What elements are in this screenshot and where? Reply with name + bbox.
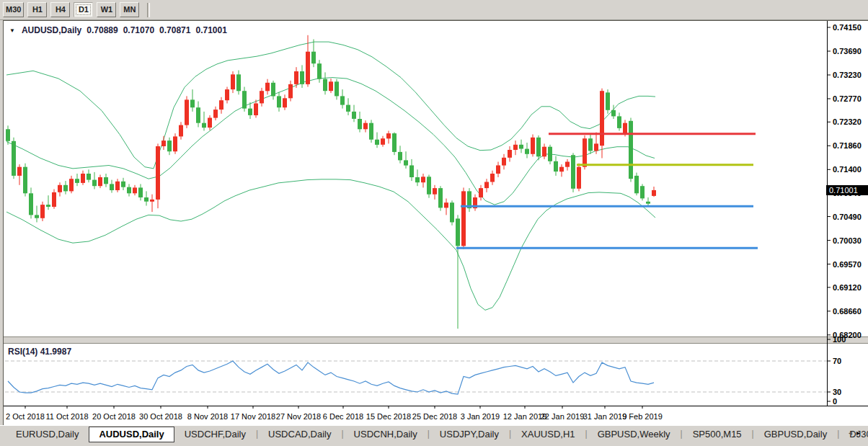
price-axis-label: 0.72770	[833, 94, 862, 103]
chart-symbol-label: AUDUSD,Daily	[22, 25, 81, 35]
date-axis-label: 15 Dec 2018	[366, 412, 411, 421]
price-axis-label: 0.73230	[833, 71, 862, 79]
date-axis-label: 27 Nov 2018	[276, 412, 321, 421]
bollinger-lower-band	[6, 179, 655, 311]
tab-scroll-left-icon[interactable]: ◂	[849, 429, 856, 437]
toolbar-separator	[147, 3, 150, 17]
quote-open: 0.70889	[87, 25, 118, 35]
price-axis-label: 0.70490	[833, 213, 862, 221]
price-chart[interactable]: 0.741500.736900.732300.727700.723200.718…	[4, 21, 868, 426]
bollinger-upper-band	[6, 42, 655, 169]
timeframe-toolbar: M30H1H4D1W1MN	[0, 0, 868, 20]
date-axis-label: 17 Nov 2018	[231, 412, 275, 421]
rsi-axis-label: 30	[833, 388, 841, 396]
quote-high: 0.71070	[123, 25, 154, 35]
chart-tab-gbpusd-weekly[interactable]: GBPUSD,Weekly	[588, 427, 681, 441]
current-price-badge: 0.71001	[826, 185, 868, 195]
chart-tab-eurusd-daily[interactable]: EURUSD,Daily	[6, 427, 89, 441]
date-axis-label: 2 Oct 2018	[6, 412, 45, 421]
chart-tab-usdcnh-daily[interactable]: USDCNH,Daily	[344, 427, 428, 441]
chart-tab-bar: EURUSD,DailyAUDUSD,DailyUSDCHF,Daily|USD…	[0, 425, 868, 446]
price-axis-label: 0.74150	[833, 23, 862, 32]
timeframe-button-h1[interactable]: H1	[27, 2, 47, 17]
chart-title: ▼ AUDUSD,Daily 0.70889 0.71070 0.70871 0…	[9, 25, 227, 35]
rsi-axis-label: 0	[833, 397, 837, 406]
timeframe-button-m30[interactable]: M30	[3, 2, 24, 17]
timeframe-button-mn[interactable]: MN	[120, 2, 139, 17]
chart-tab-usdjpy-daily[interactable]: USDJPY,Daily	[430, 427, 509, 441]
rsi-axis-label: 70	[833, 357, 841, 365]
candles	[6, 35, 656, 329]
timeframe-button-h4[interactable]: H4	[50, 2, 70, 17]
price-axis-label: 0.73690	[833, 47, 862, 55]
price-axis-label: 0.71400	[833, 165, 862, 174]
rsi-indicator-label: RSI(14) 41.9987	[8, 347, 71, 357]
rsi-line	[8, 361, 654, 394]
date-axis-label: 9 Feb 2019	[622, 412, 663, 421]
date-axis-label: 3 Jan 2019	[461, 412, 500, 421]
price-axis-label: 0.69120	[833, 283, 862, 292]
date-axis-label: 22 Jan 2019	[541, 412, 585, 421]
chart-tab-gbpusd-daily[interactable]: GBPUSD,Daily	[754, 427, 837, 441]
date-axis-label: 8 Nov 2018	[187, 412, 228, 421]
rsi-axis-label: 100	[833, 335, 846, 344]
date-axis-label: 30 Oct 2018	[139, 412, 182, 421]
chart-tab-usdcad-daily[interactable]: USDCAD,Daily	[258, 427, 341, 441]
chart-dropdown-icon[interactable]: ▼	[9, 27, 15, 34]
panel-splitter[interactable]	[4, 337, 868, 343]
tab-scroll-right-icon[interactable]: ▸	[856, 429, 864, 437]
price-axis-label: 0.69570	[833, 260, 862, 269]
date-axis-label: 25 Dec 2018	[412, 412, 457, 421]
quote-close: 0.71001	[195, 25, 226, 35]
price-axis-label: 0.70030	[833, 236, 862, 245]
price-axis-label: 0.68660	[833, 307, 862, 316]
price-axis-label: 0.72320	[833, 117, 862, 126]
tab-scroll-arrows[interactable]: ◂▸	[849, 429, 864, 437]
quote-low: 0.70871	[159, 25, 190, 35]
date-axis-label: 20 Oct 2018	[92, 412, 136, 421]
date-axis-label: 31 Jan 2019	[583, 412, 627, 421]
timeframe-button-d1[interactable]: D1	[74, 2, 93, 17]
chart-tab-audusd-daily[interactable]: AUDUSD,Daily	[89, 427, 174, 442]
chart-tab-xauusd-h1[interactable]: XAUUSD,H1	[511, 427, 585, 441]
date-axis-label: 11 Oct 2018	[45, 412, 88, 421]
chart-tab-usdchf-daily[interactable]: USDCHF,Daily	[174, 427, 256, 441]
date-axis-label: 6 Dec 2018	[323, 412, 363, 421]
price-axis-label: 0.71860	[833, 141, 862, 150]
bollinger-middle-band	[6, 78, 655, 205]
chart-tab-sp500-m15[interactable]: SP500,M15	[683, 427, 752, 441]
timeframe-button-w1[interactable]: W1	[97, 2, 116, 17]
chart-window: 0.741500.736900.732300.727700.723200.718…	[3, 20, 868, 427]
